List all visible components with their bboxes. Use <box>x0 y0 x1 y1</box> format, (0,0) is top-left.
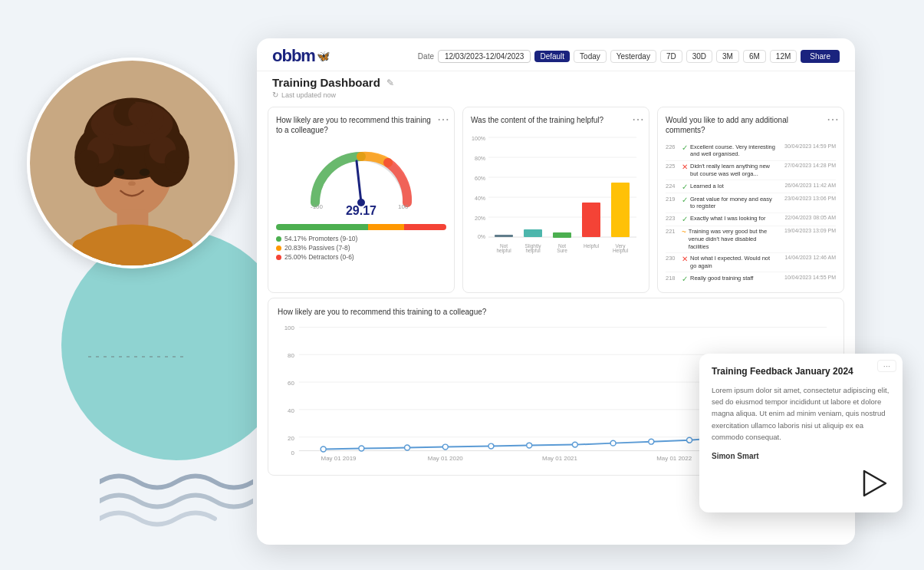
svg-point-92 <box>359 446 364 451</box>
svg-marker-105 <box>864 471 886 496</box>
page-title: Training Dashboard <box>272 76 380 89</box>
send-icon <box>857 466 890 500</box>
list-item: 219 ✓ Great value for money and easy to … <box>666 193 836 213</box>
filter-3m-button[interactable]: 3M <box>716 50 739 63</box>
comments-widget: ⋯ Would you like to add any additional c… <box>657 107 844 293</box>
share-button[interactable]: Share <box>801 50 840 63</box>
svg-text:60%: 60% <box>475 176 485 181</box>
gauge-svg: -100 100 <box>300 141 423 210</box>
svg-point-41 <box>114 169 125 176</box>
nps-widget: ⋯ How likely are you to recommend this t… <box>268 107 455 293</box>
date-range-input[interactable]: 12/03/2023-12/04/2023 <box>438 50 531 63</box>
svg-point-100 <box>687 437 692 443</box>
filter-7d-button[interactable]: 7D <box>660 50 682 63</box>
svg-rect-63 <box>582 203 600 237</box>
date-label: Date <box>418 52 434 61</box>
feedback-card-body: Lorem ipsum dolor sit amet, consectetur … <box>712 384 890 443</box>
svg-text:60: 60 <box>288 380 294 387</box>
nps-widget-menu-button[interactable]: ⋯ <box>437 112 449 127</box>
svg-rect-64 <box>611 183 630 237</box>
svg-text:May 01 2020: May 01 2020 <box>428 455 463 462</box>
bar-chart-svg: 100% 80% 60% 40% 20% 0% <box>471 131 641 254</box>
feedback-card-title: Training Feedback January 2024 <box>712 366 890 377</box>
bar-chart-menu-button[interactable]: ⋯ <box>632 112 644 127</box>
nps-legend: 54.17% Promoters (9-10) 20.83% Passives … <box>276 235 446 261</box>
comments-menu-button[interactable]: ⋯ <box>827 112 839 127</box>
svg-point-95 <box>488 443 494 449</box>
svg-text:20%: 20% <box>475 216 485 221</box>
filter-6m-button[interactable]: 6M <box>743 50 766 63</box>
svg-point-98 <box>610 440 616 446</box>
svg-text:May 01 2021: May 01 2021 <box>542 455 577 462</box>
feedback-card: ··· Training Feedback January 2024 Lorem… <box>699 354 903 512</box>
svg-point-37 <box>128 102 152 126</box>
list-item: 221 ~ Training was very good but the ven… <box>666 226 836 253</box>
comments-widget-title: Would you like to add any additional com… <box>666 115 836 135</box>
last-updated-text: Last updated now <box>281 91 336 99</box>
nps-widget-title: How likely are you to recommend this tra… <box>276 115 446 135</box>
list-item: 223 ✓ Exactly what I was looking for 22/… <box>666 213 836 226</box>
svg-rect-60 <box>495 235 513 237</box>
svg-text:May 01 2019: May 01 2019 <box>321 455 357 462</box>
svg-text:0: 0 <box>291 450 294 456</box>
svg-text:100: 100 <box>398 203 409 210</box>
svg-text:Helpful: Helpful <box>613 248 629 254</box>
gray-waves-decoration <box>100 466 253 528</box>
svg-text:100%: 100% <box>472 136 485 141</box>
list-item: 218 ✓ Really good training staff 10/04/2… <box>666 272 836 285</box>
svg-point-91 <box>321 446 326 452</box>
svg-text:100: 100 <box>284 325 295 332</box>
comments-list: 226 ✓ Excellent course. Very interesting… <box>666 141 836 285</box>
filter-12m-button[interactable]: 12M <box>770 50 797 63</box>
svg-line-44 <box>357 161 361 203</box>
line-chart-title: How likely are you to recommend this tra… <box>278 308 834 316</box>
filter-yesterday-button[interactable]: Yesterday <box>610 50 656 63</box>
svg-point-99 <box>649 439 654 444</box>
svg-point-33 <box>165 150 187 173</box>
svg-text:80: 80 <box>288 352 294 359</box>
svg-text:0%: 0% <box>478 234 485 239</box>
svg-text:80%: 80% <box>475 156 485 161</box>
svg-rect-62 <box>553 232 571 238</box>
logo: obbm 🦋 <box>272 46 330 66</box>
list-item: 230 ✕ Not what I expected. Would not go … <box>666 253 836 273</box>
bar-chart-title: Was the content of the training helpful? <box>471 115 641 125</box>
svg-point-42 <box>140 169 150 176</box>
svg-point-93 <box>405 445 410 450</box>
feedback-card-menu-button[interactable]: ··· <box>877 360 896 372</box>
svg-text:Helpful: Helpful <box>584 243 600 249</box>
svg-text:helpful: helpful <box>525 248 541 254</box>
svg-point-31 <box>77 150 99 173</box>
svg-text:May 01 2022: May 01 2022 <box>656 455 692 462</box>
svg-point-96 <box>527 443 532 448</box>
list-item: 224 ✓ Learned a lot 26/04/2023 11:42 AM <box>666 180 836 193</box>
list-item: 226 ✓ Excellent course. Very interesting… <box>666 141 836 161</box>
svg-text:20: 20 <box>288 435 294 442</box>
svg-rect-61 <box>524 229 542 237</box>
svg-text:40%: 40% <box>475 196 485 201</box>
svg-point-94 <box>442 444 448 450</box>
dashed-dots-decoration <box>88 345 188 368</box>
gauge-value: 29.17 <box>346 204 377 218</box>
svg-text:helpful: helpful <box>496 248 511 254</box>
svg-text:Sure: Sure <box>557 248 567 253</box>
refresh-icon: ↻ <box>272 91 278 99</box>
filter-30d-button[interactable]: 30D <box>686 50 712 63</box>
svg-text:40: 40 <box>288 407 294 414</box>
feedback-card-author: Simon Smart <box>712 452 890 460</box>
svg-point-97 <box>572 442 577 447</box>
svg-text:-100: -100 <box>311 203 324 210</box>
svg-point-43 <box>128 181 136 186</box>
filter-today-button[interactable]: Today <box>574 50 607 63</box>
list-item: 225 ✕ Didn't really learn anything new b… <box>666 161 836 181</box>
edit-icon[interactable]: ✎ <box>386 77 394 88</box>
bar-chart-widget: ⋯ Was the content of the training helpfu… <box>462 107 649 293</box>
person-image <box>27 58 238 269</box>
filter-default-button[interactable]: Default <box>534 51 570 62</box>
